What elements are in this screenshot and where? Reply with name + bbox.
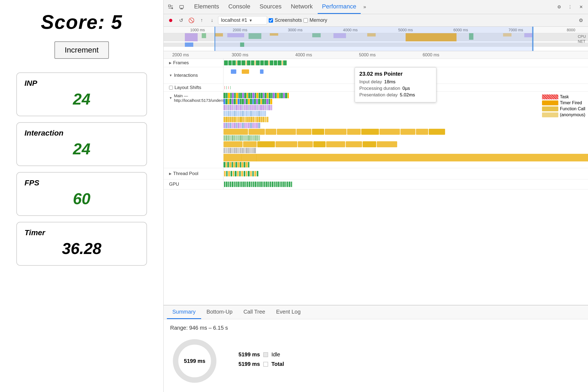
inp-label: INP	[24, 79, 139, 88]
increment-button[interactable]: Increment	[54, 41, 109, 59]
reload-record-btn[interactable]: ↺	[177, 16, 185, 25]
main-expand-arrow[interactable]: ▼	[169, 96, 172, 100]
perf-settings-btn[interactable]: ⚙	[577, 16, 585, 25]
svg-rect-0	[169, 5, 170, 7]
legend-idle-label: Idle	[271, 351, 280, 358]
ruler-tick-1000: 1000 ms	[190, 28, 205, 32]
donut-center-text: 5199 ms	[184, 358, 206, 364]
devtools-tabs: Elements Console Sources Network Perform…	[190, 0, 553, 14]
main-tick-5000: 5000 ms	[359, 53, 376, 57]
interaction-value: 24	[24, 140, 139, 158]
frames-label: ▶ Frames	[164, 59, 223, 67]
layout-shifts-label: Layout Shifts	[164, 84, 223, 91]
legend-function-color	[542, 106, 558, 111]
upload-btn[interactable]: ↑	[197, 16, 206, 25]
interactions-label: ▼ Interactions	[164, 67, 223, 84]
inspect-icon	[168, 5, 173, 10]
tooltip-title: 23.02 ms Pointer	[359, 71, 432, 77]
record-btn[interactable]	[166, 16, 175, 25]
tab-elements[interactable]: Elements	[190, 0, 223, 14]
task-legend: Task Timer Fired Function Call	[542, 94, 585, 117]
interactions-label-text: Interactions	[174, 73, 198, 78]
inspect-icon-btn[interactable]	[166, 2, 176, 12]
screenshots-checkbox[interactable]	[269, 18, 273, 23]
devtools-header: Elements Console Sources Network Perform…	[164, 0, 588, 14]
legend-anonymous-color	[542, 112, 558, 117]
tab-sources[interactable]: Sources	[255, 0, 286, 14]
layout-shifts-label-text: Layout Shifts	[174, 85, 201, 90]
download-btn[interactable]: ↓	[208, 16, 216, 25]
memory-checkbox[interactable]	[304, 18, 308, 23]
legend-timer-fired: Timer Fired	[542, 100, 585, 105]
interaction-card: Interaction 24	[16, 122, 147, 166]
timeline-main: 2000 ms 3000 ms 4000 ms 5000 ms 6000 ms …	[164, 51, 588, 305]
devtools-right-icons: ⚙ ⋮ ✕	[554, 2, 586, 12]
perf-toolbar: ↺ 🚫 ↑ ↓ localhost #1 ▼ Screenshots Memor…	[164, 14, 588, 27]
inp-card: INP 24	[16, 72, 147, 116]
tab-console[interactable]: Console	[224, 0, 255, 14]
main-thread-content: Task Timer Fired Function Call	[223, 92, 588, 168]
legend-timer-color	[542, 100, 558, 105]
thread-expand-arrow[interactable]: ▶	[169, 172, 171, 176]
close-devtools-btn[interactable]: ✕	[576, 2, 586, 12]
timeline-overview[interactable]: 1000 ms 2000 ms 3000 ms 4000 ms 5000 ms …	[164, 27, 588, 51]
selection-end-marker	[533, 27, 534, 51]
legend-row-total: 5199 ms Total	[235, 361, 284, 367]
gpu-content	[223, 179, 588, 189]
frames-content	[223, 59, 588, 67]
frames-expand-arrow[interactable]: ▶	[169, 61, 171, 65]
bottom-content: Range: 946 ms – 6.15 s 5199 ms	[164, 319, 588, 392]
tab-performance[interactable]: Performance	[318, 0, 361, 14]
score-display: Score: 5	[41, 11, 122, 33]
devtools-panel: Elements Console Sources Network Perform…	[163, 0, 588, 392]
tab-bottom-up[interactable]: Bottom-Up	[201, 305, 238, 319]
device-icon-btn[interactable]	[177, 2, 186, 12]
settings-icon-btn[interactable]: ⚙	[554, 2, 564, 12]
thread-pool-label-text: Thread Pool	[173, 171, 198, 176]
legend-anonymous-label: (anonymous)	[560, 112, 585, 117]
more-options-btn[interactable]: ⋮	[565, 2, 575, 12]
fps-label: FPS	[24, 179, 139, 187]
timer-card: Timer 36.28	[16, 222, 147, 266]
tooltip-presentation: Presentation delay 5.02ms	[359, 92, 432, 98]
tooltip-processing: Processing duration 0µs	[359, 86, 432, 91]
tab-call-tree[interactable]: Call Tree	[238, 305, 271, 319]
tab-network[interactable]: Network	[286, 0, 317, 14]
timeline-selection[interactable]	[215, 27, 533, 51]
url-text: localhost #1	[221, 17, 247, 23]
tooltip-input-delay: Input delay 18ms	[359, 79, 432, 85]
frames-label-text: Frames	[173, 60, 189, 66]
screenshots-checkbox-group: Screenshots	[269, 17, 302, 23]
legend-idle-ms: 5199 ms	[235, 351, 260, 358]
summary-legend: 5199 ms Idle 5199 ms Total	[235, 351, 284, 370]
more-tabs-btn[interactable]: »	[361, 4, 368, 10]
interactions-expand-arrow[interactable]: ▼	[169, 74, 172, 77]
legend-total-ms: 5199 ms	[235, 361, 260, 367]
timeline-overview-labels: CPU NET	[578, 34, 586, 44]
legend-anonymous: (anonymous)	[542, 112, 585, 117]
clear-btn[interactable]: 🚫	[187, 16, 196, 25]
interaction-bar-1	[231, 69, 236, 74]
main-tick-6000: 6000 ms	[422, 53, 439, 57]
url-dropdown-arrow[interactable]: ▼	[249, 18, 253, 23]
legend-function-label: Function Call	[560, 106, 585, 111]
main-thread-label: ▼ Main — http://localhost:5173/understan…	[164, 92, 223, 104]
interaction-bar-3	[260, 69, 264, 74]
legend-total-box	[263, 362, 268, 367]
legend-timer-label: Timer Fired	[560, 100, 582, 105]
inp-value: 24	[24, 90, 139, 108]
tab-summary[interactable]: Summary	[167, 305, 201, 319]
screenshots-label: Screenshots	[275, 17, 302, 23]
tab-event-log[interactable]: Event Log	[271, 305, 306, 319]
thread-pool-content	[223, 168, 588, 179]
layout-shifts-checkbox[interactable]	[169, 86, 173, 90]
interactions-content: 23.02 ms Pointer Input delay 18ms Proces…	[223, 67, 588, 84]
timeline-scroll[interactable]: 2000 ms 3000 ms 4000 ms 5000 ms 6000 ms …	[164, 51, 588, 305]
legend-task-color	[542, 94, 558, 99]
legend-idle-box	[263, 352, 268, 357]
legend-total-label: Total	[271, 361, 284, 367]
thread-pool-label: ▶ Thread Pool	[164, 168, 223, 179]
timer-value: 36.28	[24, 239, 139, 258]
fps-card: FPS 60	[16, 172, 147, 216]
device-icon	[179, 5, 184, 10]
